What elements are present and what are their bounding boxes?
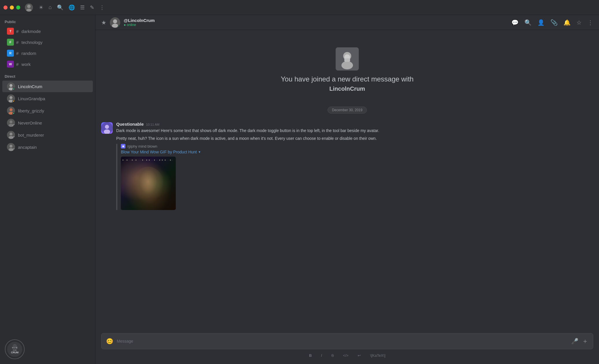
svg-point-25 [341,61,353,69]
message-avatar [101,122,113,134]
dm-avatar-neveronline [7,119,15,127]
sidebar-item-technology[interactable]: F # technology [2,37,93,47]
sidebar-item-ancaptain[interactable]: ancaptain [2,141,93,153]
members-icon[interactable]: 👤 [537,19,545,26]
edit-icon[interactable]: ✎ [90,4,94,11]
more-icon[interactable]: ⋮ [99,4,105,11]
sidebar: Public T # darkmode F # technology R # r… [0,15,95,364]
dm-label-liberty-grizzly: liberty_grizzly [18,108,44,113]
svg-point-0 [27,5,31,8]
chat-input-box: 😊 🎤 ＋ [101,333,593,349]
dm-avatar-lincolncrum [7,82,15,90]
svg-point-29 [105,125,109,129]
sidebar-item-neveronline[interactable]: NeverOnline [2,117,93,129]
dm-label-ancaptain: ancaptain [18,145,37,150]
dropdown-arrow-icon[interactable]: ▾ [199,150,200,154]
mic-button[interactable]: 🎤 [571,338,578,345]
direct-section-label: Direct [0,70,95,80]
svg-point-2 [10,84,12,87]
dm-label-neveronline: NeverOnline [18,120,42,125]
code-button[interactable]: </> [341,353,350,358]
sidebar-item-lincolncrum[interactable]: LincolnCrum [2,81,93,92]
hash-icon: # [16,40,19,45]
kebab-icon[interactable]: ⋮ [587,19,593,26]
list-icon[interactable]: ☰ [80,4,85,11]
status-online-dot [12,88,15,90]
channel-icon-work: W [7,61,14,68]
giphy-icon: ▣ [121,144,125,148]
status-away-dot [12,100,15,103]
search-icon[interactable]: 🔍 [524,19,532,26]
header-status-dot [118,25,120,28]
sidebar-item-bot-murderer[interactable]: bot_murderer [2,129,93,141]
minimize-button[interactable] [10,5,14,10]
search-icon[interactable]: 🔍 [57,4,63,11]
welcome-username: LincolnCrum [329,86,365,92]
dm-avatar-bot-murderer [7,131,15,139]
add-button[interactable]: ＋ [582,337,588,346]
message-input[interactable] [117,339,568,343]
katex-button[interactable]: \[KaTeX\] [368,353,387,358]
status-offline-dot3 [12,148,15,151]
giphy-link[interactable]: Blow Your Mind Wow GIF by Product Hunt ▾ [121,150,593,154]
message-content: Questionable 10:11 AM Dark mode is aweso… [116,122,593,210]
message-time: 10:11 AM [146,123,159,126]
svg-rect-20 [13,345,17,347]
user-avatar[interactable] [25,3,33,12]
chat-area: ★ @LincolnCrum ● online 💬 🔍 👤 📎 🔔 ☆ ⋮ [95,15,599,364]
sidebar-bottom: VOTE FOR CRUM [0,335,95,364]
channel-icon-random: R [7,50,14,57]
svg-point-1 [26,9,32,12]
chat-header-info: @LincolnCrum ● online [124,18,155,27]
channel-label-darkmode: darkmode [21,29,41,34]
strikethrough-button[interactable]: S [330,353,336,358]
sidebar-item-work[interactable]: W # work [2,59,93,69]
chat-formatting: B I S </> ↩ \[KaTeX\] [101,352,593,359]
public-section-label: Public [0,15,95,26]
star-channel-icon[interactable]: ☆ [576,19,582,26]
titlebar: ☀ ⌂ 🔍 🌐 ☰ ✎ ⋮ [0,0,599,15]
channel-label-work: work [21,62,31,67]
home-icon[interactable]: ⌂ [49,4,52,10]
welcome-section: You have joined a new direct message wit… [101,30,593,101]
main-layout: Public T # darkmode F # technology R # r… [0,15,599,364]
sidebar-item-darkmode[interactable]: T # darkmode [2,26,93,36]
attachment-icon[interactable]: 📎 [550,19,558,26]
status-offline-dot [12,124,15,127]
svg-point-6 [10,108,12,111]
status-online-dot2 [12,112,15,115]
globe-icon[interactable]: 🌐 [69,4,75,11]
chat-input-area: 😊 🎤 ＋ B I S </> ↩ \[KaTeX\] [95,328,599,364]
chat-header-left: ★ @LincolnCrum ● online [101,17,155,28]
giphy-link-text[interactable]: Blow Your Mind Wow GIF by Product Hunt [121,150,197,154]
maximize-button[interactable] [16,5,20,10]
sun-icon[interactable]: ☀ [39,4,43,11]
notifications-icon[interactable]: 🔔 [563,19,571,26]
svg-point-10 [10,133,12,135]
close-button[interactable] [3,5,8,10]
sidebar-item-random[interactable]: R # random [2,48,93,58]
dm-avatar-linuxgrandpa [7,94,15,103]
chat-header-avatar [110,17,120,28]
emoji-button[interactable]: 😊 [106,338,113,345]
threads-icon[interactable]: 💬 [511,19,519,26]
svg-rect-27 [344,58,350,62]
dm-label-linuxgrandpa: LinuxGrandpa [18,96,45,101]
bold-button[interactable]: B [307,353,313,358]
sidebar-item-linuxgrandpa[interactable]: LinuxGrandpa [2,93,93,104]
quote-button[interactable]: ↩ [356,353,363,358]
sidebar-item-liberty-grizzly[interactable]: liberty_grizzly [2,105,93,116]
dm-avatar-liberty-grizzly [7,107,15,115]
channel-icon-darkmode: T [7,28,14,35]
giphy-command-text: /giphy mind blown [127,144,157,148]
messages-area[interactable]: You have joined a new direct message wit… [95,30,599,328]
chat-header-right: 💬 🔍 👤 📎 🔔 ☆ ⋮ [511,19,593,26]
giphy-attachment: ▣ /giphy mind blown Blow Your Mind Wow G… [116,144,593,210]
italic-button[interactable]: I [319,353,324,358]
hash-icon: # [16,51,19,56]
star-icon[interactable]: ★ [101,19,106,26]
svg-point-4 [10,96,12,99]
giphy-image [121,157,176,210]
message-header: Questionable 10:11 AM [116,122,593,127]
dm-avatar-ancaptain [7,143,15,151]
